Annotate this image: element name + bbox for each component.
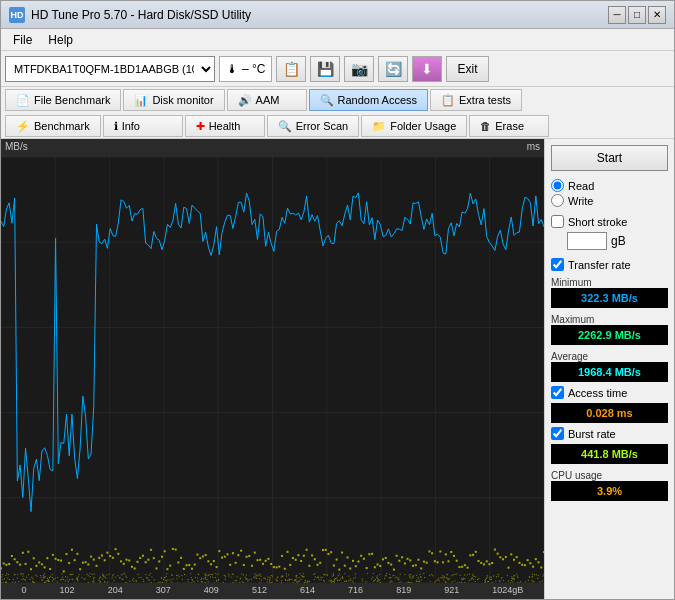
burst-rate-value: 441.8 MB/s [551, 444, 668, 464]
folder-usage-icon: 📁 [372, 120, 386, 133]
menu-help[interactable]: Help [40, 31, 81, 49]
window-title: HD Tune Pro 5.70 - Hard Disk/SSD Utility [31, 8, 608, 22]
maximum-label: Maximum [551, 314, 668, 325]
title-buttons: ─ □ ✕ [608, 6, 666, 24]
access-time-checkbox-label[interactable]: Access time [551, 386, 668, 399]
x-label-0: 0 [22, 585, 27, 597]
nav-extra-tests[interactable]: 📋 Extra tests [430, 89, 522, 111]
access-time-value: 0.028 ms [551, 403, 668, 423]
cpu-usage-section: CPU usage 3.9% [551, 468, 668, 501]
x-label-307: 307 [156, 585, 171, 597]
disk-selector[interactable]: MTFDKBA1T0QFM-1BD1AABGB (1024 gl [5, 56, 215, 82]
access-time-checkbox[interactable] [551, 386, 564, 399]
x-label-409: 409 [204, 585, 219, 597]
nav-row-2: ⚡ Benchmark ℹ Info ✚ Health 🔍 Error Scan… [1, 113, 674, 139]
exit-button[interactable]: Exit [446, 56, 488, 82]
nav-aam[interactable]: 🔊 AAM [227, 89, 307, 111]
random-access-icon: 🔍 [320, 94, 334, 107]
x-label-921: 921 [444, 585, 459, 597]
x-label-716: 716 [348, 585, 363, 597]
error-scan-icon: 🔍 [278, 120, 292, 133]
extra-tests-icon: 📋 [441, 94, 455, 107]
toolbar-btn4[interactable]: 🔄 [378, 56, 408, 82]
menu-file[interactable]: File [5, 31, 40, 49]
info-icon: ℹ [114, 120, 118, 133]
chart-canvas: 2500 2000 1500 1000 500 0.50 0.40 0.30 0… [1, 157, 544, 583]
thermometer-icon: 🌡 [226, 62, 238, 76]
toolbar-btn2[interactable]: 💾 [310, 56, 340, 82]
benchmark-chart [1, 157, 544, 583]
start-button[interactable]: Start [551, 145, 668, 171]
benchmark-icon: ⚡ [16, 120, 30, 133]
nav-row-1: 📄 File Benchmark 📊 Disk monitor 🔊 AAM 🔍 … [1, 87, 674, 113]
write-radio-label[interactable]: Write [551, 194, 668, 207]
short-stroke-checkbox[interactable] [551, 215, 564, 228]
nav-info[interactable]: ℹ Info [103, 115, 183, 137]
read-write-group: Read Write [551, 179, 668, 207]
y-axis-left-label: MB/s [5, 141, 28, 155]
chart-top-labels: MB/s ms [1, 139, 544, 157]
title-bar: HD HD Tune Pro 5.70 - Hard Disk/SSD Util… [1, 1, 674, 29]
maximum-value: 2262.9 MB/s [551, 325, 668, 345]
aam-icon: 🔊 [238, 94, 252, 107]
nav-random-access[interactable]: 🔍 Random Access [309, 89, 428, 111]
main-content: MB/s ms 2500 2000 1500 1000 500 0.50 0.4… [1, 139, 674, 599]
toolbar-btn1[interactable]: 📋 [276, 56, 306, 82]
app-icon: HD [9, 7, 25, 23]
close-button[interactable]: ✕ [648, 6, 666, 24]
nav-health[interactable]: ✚ Health [185, 115, 265, 137]
transfer-rate-checkbox-label[interactable]: Transfer rate [551, 258, 668, 271]
stroke-unit: gB [611, 234, 626, 248]
read-radio-label[interactable]: Read [551, 179, 668, 192]
toolbar: MTFDKBA1T0QFM-1BD1AABGB (1024 gl 🌡 – °C … [1, 51, 674, 87]
chart-area: MB/s ms 2500 2000 1500 1000 500 0.50 0.4… [1, 139, 544, 599]
health-icon: ✚ [196, 120, 205, 133]
menu-bar: File Help [1, 29, 674, 51]
nav-tabs: 📄 File Benchmark 📊 Disk monitor 🔊 AAM 🔍 … [1, 87, 674, 139]
average-value: 1968.4 MB/s [551, 362, 668, 382]
read-radio[interactable] [551, 179, 564, 192]
write-radio[interactable] [551, 194, 564, 207]
nav-folder-usage[interactable]: 📁 Folder Usage [361, 115, 467, 137]
x-label-819: 819 [396, 585, 411, 597]
y-axis-right-label: ms [527, 141, 540, 155]
nav-error-scan[interactable]: 🔍 Error Scan [267, 115, 360, 137]
short-stroke-label[interactable]: Short stroke [551, 215, 668, 228]
minimum-label: Minimum [551, 277, 668, 288]
average-label: Average [551, 351, 668, 362]
stroke-row: 40 gB [551, 232, 668, 250]
file-benchmark-icon: 📄 [16, 94, 30, 107]
erase-icon: 🗑 [480, 120, 491, 132]
x-axis-labels: 0 102 204 307 409 512 614 716 819 921 10… [1, 583, 544, 599]
average-section: Average 1968.4 MB/s [551, 349, 668, 382]
x-label-204: 204 [108, 585, 123, 597]
burst-rate-checkbox-label[interactable]: Burst rate [551, 427, 668, 440]
x-label-1024: 1024gB [492, 585, 523, 597]
burst-rate-checkbox[interactable] [551, 427, 564, 440]
disk-monitor-icon: 📊 [134, 94, 148, 107]
x-label-512: 512 [252, 585, 267, 597]
x-label-614: 614 [300, 585, 315, 597]
minimize-button[interactable]: ─ [608, 6, 626, 24]
x-label-102: 102 [60, 585, 75, 597]
nav-file-benchmark[interactable]: 📄 File Benchmark [5, 89, 121, 111]
maximize-button[interactable]: □ [628, 6, 646, 24]
main-window: HD HD Tune Pro 5.70 - Hard Disk/SSD Util… [0, 0, 675, 600]
minimum-section: Minimum 322.3 MB/s [551, 275, 668, 308]
nav-benchmark[interactable]: ⚡ Benchmark [5, 115, 101, 137]
maximum-section: Maximum 2262.9 MB/s [551, 312, 668, 345]
nav-disk-monitor[interactable]: 📊 Disk monitor [123, 89, 224, 111]
cpu-usage-label: CPU usage [551, 470, 668, 481]
right-panel: Start Read Write Short stroke 40 gB [544, 139, 674, 599]
nav-erase[interactable]: 🗑 Erase [469, 115, 549, 137]
stroke-input[interactable]: 40 [567, 232, 607, 250]
minimum-value: 322.3 MB/s [551, 288, 668, 308]
toolbar-btn3[interactable]: 📷 [344, 56, 374, 82]
temperature-display: 🌡 – °C [219, 56, 272, 82]
toolbar-btn5[interactable]: ⬇ [412, 56, 442, 82]
cpu-usage-value: 3.9% [551, 481, 668, 501]
transfer-rate-checkbox[interactable] [551, 258, 564, 271]
temperature-value: – °C [242, 62, 265, 76]
